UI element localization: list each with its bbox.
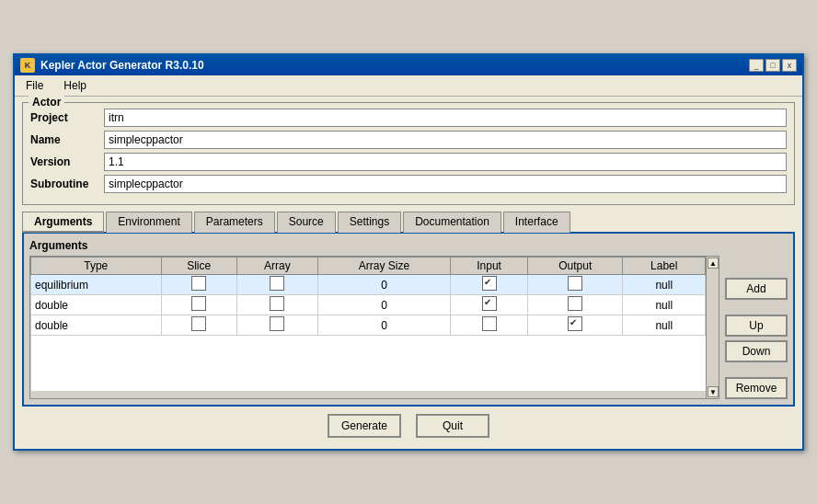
- cell-input-2[interactable]: [451, 295, 528, 315]
- menu-bar: File Help: [15, 75, 802, 97]
- cell-type-3: double: [31, 315, 162, 336]
- subroutine-row: Subroutine: [30, 175, 787, 193]
- table-empty-row: [31, 336, 706, 354]
- col-input: Input: [451, 258, 528, 275]
- main-window: K Kepler Actor Generator R3.0.10 _ □ x F…: [13, 53, 804, 451]
- checkbox-output-1[interactable]: [568, 276, 582, 291]
- col-label: Label: [623, 258, 706, 275]
- col-array: Array: [236, 258, 317, 275]
- cell-output-2[interactable]: [527, 295, 623, 315]
- table-row: double 0 null: [31, 315, 706, 336]
- checkbox-input-2[interactable]: [482, 296, 497, 311]
- tab-documentation[interactable]: Documentation: [403, 212, 501, 233]
- cell-input-1[interactable]: [451, 275, 528, 295]
- tab-parameters[interactable]: Parameters: [194, 212, 275, 233]
- down-button[interactable]: Down: [725, 340, 788, 362]
- tabs-container: Arguments Environment Parameters Source …: [22, 211, 795, 407]
- version-input[interactable]: [104, 153, 787, 171]
- content-area: Actor Project Name Version Subroutine: [15, 97, 802, 449]
- bottom-buttons: Generate Quit: [22, 407, 795, 443]
- add-button[interactable]: Add: [725, 278, 788, 300]
- name-row: Name: [30, 131, 787, 149]
- tab-interface[interactable]: Interface: [503, 212, 570, 233]
- tab-arguments[interactable]: Arguments: [22, 212, 104, 233]
- arguments-title: Arguments: [29, 239, 788, 252]
- title-bar: K Kepler Actor Generator R3.0.10 _ □ x: [15, 55, 802, 75]
- checkbox-output-3[interactable]: [568, 316, 582, 331]
- version-row: Version: [30, 153, 787, 171]
- checkbox-array-2[interactable]: [270, 296, 284, 311]
- cell-arraysize-1: 0: [317, 275, 450, 295]
- checkbox-input-3[interactable]: [482, 316, 497, 331]
- table-row: double 0 null: [31, 295, 706, 315]
- minimize-button[interactable]: _: [749, 59, 764, 72]
- checkbox-slice-1[interactable]: [191, 276, 206, 291]
- scroll-down-arrow[interactable]: ▼: [708, 386, 719, 397]
- actor-section: Actor Project Name Version Subroutine: [22, 102, 795, 205]
- tab-content-arguments: Arguments Type Slice Array: [22, 234, 795, 407]
- menu-file[interactable]: File: [20, 77, 49, 94]
- col-output: Output: [527, 258, 623, 275]
- checkbox-array-1[interactable]: [270, 276, 284, 291]
- subroutine-label: Subroutine: [30, 178, 104, 190]
- project-row: Project: [30, 109, 787, 127]
- quit-button[interactable]: Quit: [416, 414, 489, 438]
- arguments-area: Type Slice Array Array Size Input Output…: [29, 256, 788, 399]
- col-slice: Slice: [161, 258, 236, 275]
- checkbox-slice-3[interactable]: [191, 316, 206, 331]
- inner-table-wrapper: Type Slice Array Array Size Input Output…: [30, 257, 706, 398]
- icon-letter: K: [25, 61, 31, 70]
- cell-arraysize-3: 0: [317, 315, 450, 336]
- remove-button[interactable]: Remove: [725, 377, 788, 399]
- tab-environment[interactable]: Environment: [106, 212, 191, 233]
- cell-type-2: double: [31, 295, 162, 315]
- scrollbar-vertical[interactable]: ▲ ▼: [706, 257, 719, 398]
- table-row: equilibrium 0 null: [31, 275, 706, 295]
- cell-slice-1[interactable]: [161, 275, 236, 295]
- tab-source[interactable]: Source: [277, 212, 336, 233]
- name-label: Name: [30, 133, 104, 146]
- project-label: Project: [30, 111, 104, 124]
- name-input[interactable]: [104, 131, 787, 149]
- subroutine-input[interactable]: [104, 175, 787, 193]
- cell-label-1: null: [623, 275, 706, 295]
- maximize-button[interactable]: □: [765, 59, 780, 72]
- cell-slice-2[interactable]: [161, 295, 236, 315]
- tabs-row: Arguments Environment Parameters Source …: [22, 211, 795, 234]
- title-bar-left: K Kepler Actor Generator R3.0.10: [20, 58, 204, 73]
- cell-arraysize-2: 0: [317, 295, 450, 315]
- col-array-size: Array Size: [317, 258, 450, 275]
- cell-array-1[interactable]: [236, 275, 317, 295]
- cell-type-1: equilibrium: [31, 275, 162, 295]
- table-empty-row: [31, 354, 706, 372]
- window-controls: _ □ x: [749, 59, 797, 72]
- side-buttons: Add Up Down Remove: [725, 256, 788, 399]
- checkbox-output-2[interactable]: [568, 296, 582, 311]
- menu-help[interactable]: Help: [58, 77, 92, 94]
- cell-label-2: null: [623, 295, 706, 315]
- table-header-row: Type Slice Array Array Size Input Output…: [31, 258, 706, 275]
- checkbox-input-1[interactable]: [482, 276, 497, 291]
- cell-input-3[interactable]: [451, 315, 528, 336]
- scroll-up-arrow[interactable]: ▲: [708, 258, 719, 269]
- actor-section-legend: Actor: [29, 96, 64, 109]
- cell-array-2[interactable]: [236, 295, 317, 315]
- tab-settings[interactable]: Settings: [338, 212, 401, 233]
- cell-slice-3[interactable]: [161, 315, 236, 336]
- checkbox-slice-2[interactable]: [191, 296, 206, 311]
- cell-array-3[interactable]: [236, 315, 317, 336]
- col-type: Type: [31, 258, 162, 275]
- version-label: Version: [30, 155, 104, 168]
- table-container: Type Slice Array Array Size Input Output…: [29, 256, 719, 399]
- checkbox-array-3[interactable]: [270, 316, 284, 331]
- up-button[interactable]: Up: [725, 315, 788, 337]
- table-empty-row: [31, 372, 706, 391]
- cell-output-1[interactable]: [527, 275, 623, 295]
- cell-output-3[interactable]: [527, 315, 623, 336]
- close-button[interactable]: x: [782, 59, 797, 72]
- window-title: Kepler Actor Generator R3.0.10: [40, 59, 204, 72]
- project-input[interactable]: [104, 109, 787, 127]
- app-icon: K: [20, 58, 35, 73]
- generate-button[interactable]: Generate: [328, 414, 401, 438]
- cell-label-3: null: [623, 315, 706, 336]
